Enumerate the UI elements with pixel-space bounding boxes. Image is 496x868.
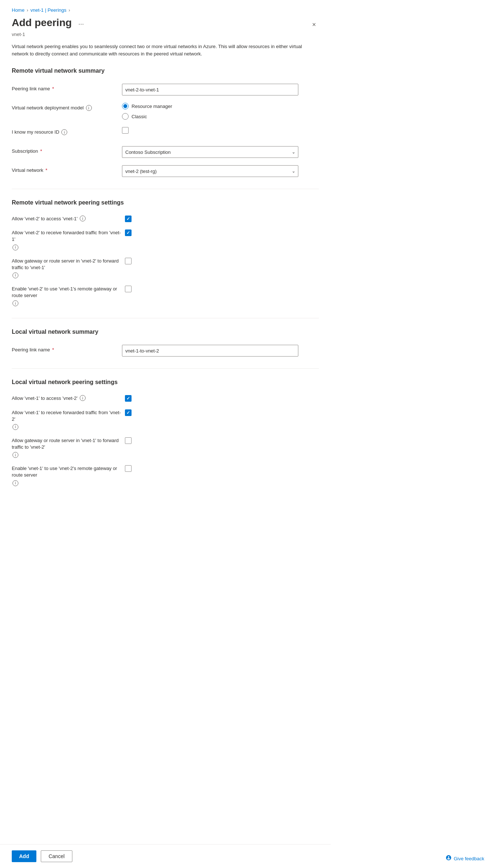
remote-peering-settings-section: Remote virtual network peering settings … xyxy=(12,199,319,306)
local-peering-name-row: Peering link name * xyxy=(12,345,319,357)
local-peering-settings-title: Local virtual network peering settings xyxy=(12,379,319,388)
cancel-button[interactable]: Cancel xyxy=(41,850,72,862)
radio-classic[interactable]: Classic xyxy=(122,113,319,120)
local-setting-3-control xyxy=(125,437,134,445)
resource-id-label: I know my resource ID i xyxy=(12,127,122,135)
subscription-required-star: * xyxy=(40,148,42,154)
deployment-model-label: Virtual network deployment model i xyxy=(12,103,122,111)
local-setting-3-checkbox[interactable] xyxy=(125,437,132,444)
resource-id-checkbox[interactable] xyxy=(122,127,129,134)
remote-peering-name-input[interactable] xyxy=(122,84,298,95)
local-setting-1-row: Allow 'vnet-1' to access 'vnet-2' i xyxy=(12,395,319,402)
virtual-network-label: Virtual network * xyxy=(12,165,122,173)
divider-2 xyxy=(12,318,319,318)
breadcrumb-home[interactable]: Home xyxy=(12,7,25,13)
local-summary-title: Local virtual network summary xyxy=(12,329,319,337)
remote-setting-1-control xyxy=(125,216,134,222)
page-header: Add peering ... × xyxy=(12,17,319,30)
remote-setting-2-checkbox[interactable] xyxy=(125,229,132,236)
remote-setting-1-row: Allow 'vnet-2' to access 'vnet-1' i xyxy=(12,216,319,222)
give-feedback-link[interactable]: Give feedback xyxy=(446,855,484,862)
local-setting-4-checkbox[interactable] xyxy=(125,465,132,472)
page-description: Virtual network peering enables you to s… xyxy=(12,43,313,57)
local-setting-2-info-icon[interactable]: i xyxy=(12,424,18,430)
remote-setting-1-label: Allow 'vnet-2' to access 'vnet-1' i xyxy=(12,216,122,222)
remote-setting-2-row: Allow 'vnet-2' to receive forwarded traf… xyxy=(12,229,319,250)
deployment-model-row: Virtual network deployment model i Resou… xyxy=(12,103,319,120)
radio-resource-manager-label: Resource manager xyxy=(132,104,172,109)
local-setting-2-control xyxy=(125,409,134,416)
virtual-network-required-star: * xyxy=(46,167,47,173)
divider-3 xyxy=(12,368,319,369)
more-options-button[interactable]: ... xyxy=(76,18,86,27)
local-setting-4-control xyxy=(125,465,134,473)
divider-1 xyxy=(12,189,319,189)
virtual-network-select-wrapper: vnet-2 (test-rg) ⌄ xyxy=(122,165,298,177)
local-setting-2-checkbox[interactable] xyxy=(125,409,132,416)
local-setting-1-info-icon[interactable]: i xyxy=(80,395,86,401)
remote-setting-2-info-icon[interactable]: i xyxy=(12,245,18,250)
required-star: * xyxy=(52,86,54,91)
local-setting-1-label: Allow 'vnet-1' to access 'vnet-2' i xyxy=(12,395,122,402)
local-setting-4-row: Enable 'vnet-1' to use 'vnet-2's remote … xyxy=(12,465,319,486)
local-setting-1-checkbox[interactable] xyxy=(125,395,132,402)
page-title-area: Add peering ... xyxy=(12,17,86,29)
radio-classic-input[interactable] xyxy=(122,113,129,120)
page-subtitle: vnet-1 xyxy=(12,32,319,37)
remote-setting-3-checkbox[interactable] xyxy=(125,258,132,264)
subscription-label: Subscription * xyxy=(12,146,122,154)
radio-resource-manager-input[interactable] xyxy=(122,103,129,109)
local-required-star: * xyxy=(52,347,54,352)
remote-summary-section: Remote virtual network summary Peering l… xyxy=(12,68,319,177)
subscription-select-wrapper: Contoso Subscription ⌄ xyxy=(122,146,298,158)
subscription-row: Subscription * Contoso Subscription ⌄ xyxy=(12,146,319,158)
breadcrumb-sep-2: › xyxy=(69,8,70,13)
resource-id-control xyxy=(122,127,319,135)
remote-peering-settings-title: Remote virtual network peering settings xyxy=(12,199,319,208)
remote-setting-2-label: Allow 'vnet-2' to receive forwarded traf… xyxy=(12,229,122,250)
page-title: Add peering xyxy=(12,17,72,29)
remote-peering-name-label: Peering link name * xyxy=(12,84,122,91)
remote-setting-3-row: Allow gateway or route server in 'vnet-2… xyxy=(12,258,319,278)
breadcrumb: Home › vnet-1 | Peerings › xyxy=(12,7,319,13)
virtual-network-control: vnet-2 (test-rg) ⌄ xyxy=(122,165,319,177)
remote-setting-4-label: Enable 'vnet-2' to use 'vnet-1's remote … xyxy=(12,286,122,306)
resource-id-info-icon[interactable]: i xyxy=(61,129,67,135)
local-peering-settings-section: Local virtual network peering settings A… xyxy=(12,379,319,486)
radio-resource-manager[interactable]: Resource manager xyxy=(122,103,319,109)
local-setting-3-row: Allow gateway or route server in 'vnet-1… xyxy=(12,437,319,458)
give-feedback-label: Give feedback xyxy=(454,856,484,861)
local-setting-4-info-icon[interactable]: i xyxy=(12,480,18,486)
virtual-network-select[interactable]: vnet-2 (test-rg) xyxy=(122,165,298,177)
remote-setting-4-checkbox[interactable] xyxy=(125,286,132,292)
radio-classic-label: Classic xyxy=(132,114,147,119)
deployment-model-info-icon[interactable]: i xyxy=(86,105,92,111)
subscription-select[interactable]: Contoso Subscription xyxy=(122,146,298,158)
remote-setting-1-checkbox[interactable] xyxy=(125,216,132,222)
local-peering-name-label: Peering link name * xyxy=(12,345,122,352)
resource-id-row: I know my resource ID i xyxy=(12,127,319,139)
feedback-icon xyxy=(446,855,452,862)
local-setting-3-info-icon[interactable]: i xyxy=(12,452,18,458)
remote-setting-3-control xyxy=(125,258,134,265)
remote-setting-4-control xyxy=(125,286,134,293)
local-setting-2-row: Allow 'vnet-1' to receive forwarded traf… xyxy=(12,409,319,430)
remote-setting-1-info-icon[interactable]: i xyxy=(80,216,86,221)
virtual-network-row: Virtual network * vnet-2 (test-rg) ⌄ xyxy=(12,165,319,177)
footer-bar: Add Cancel xyxy=(0,844,331,868)
local-setting-1-control xyxy=(125,395,134,402)
remote-peering-name-control xyxy=(122,84,319,95)
local-peering-name-input[interactable] xyxy=(122,345,298,357)
remote-setting-4-row: Enable 'vnet-2' to use 'vnet-1's remote … xyxy=(12,286,319,306)
remote-setting-3-info-icon[interactable]: i xyxy=(12,272,18,278)
local-setting-4-label: Enable 'vnet-1' to use 'vnet-2's remote … xyxy=(12,465,122,486)
close-button[interactable]: × xyxy=(309,19,319,30)
breadcrumb-peerings[interactable]: vnet-1 | Peerings xyxy=(30,7,67,13)
remote-setting-4-info-icon[interactable]: i xyxy=(12,300,18,306)
local-setting-3-label: Allow gateway or route server in 'vnet-1… xyxy=(12,437,122,458)
local-peering-name-control xyxy=(122,345,319,357)
subscription-control: Contoso Subscription ⌄ xyxy=(122,146,319,158)
remote-setting-3-label: Allow gateway or route server in 'vnet-2… xyxy=(12,258,122,278)
local-summary-section: Local virtual network summary Peering li… xyxy=(12,329,319,357)
add-button[interactable]: Add xyxy=(12,850,36,862)
